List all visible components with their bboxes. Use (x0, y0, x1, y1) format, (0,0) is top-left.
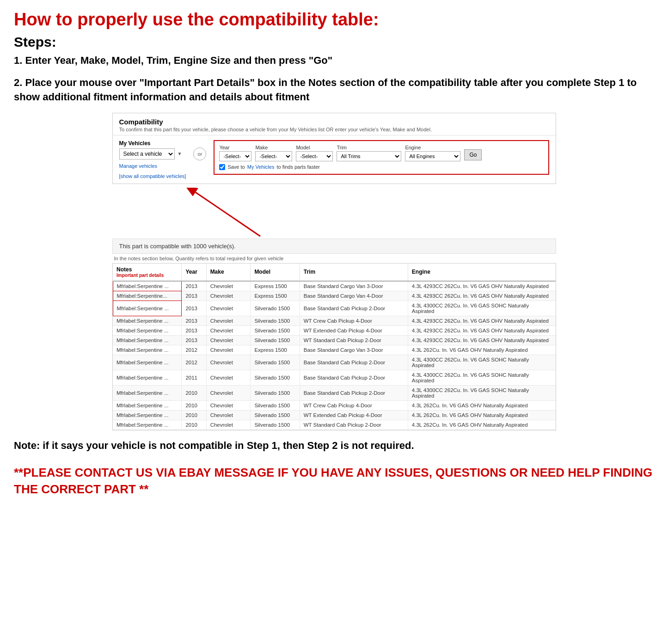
cell-make: Chevrolet (206, 281, 251, 291)
table-row: Mfrlabel:Serpentine ... 2013 Chevrolet S… (113, 335, 556, 345)
cell-make: Chevrolet (206, 370, 251, 385)
cell-year: 2010 (182, 385, 206, 400)
cell-year: 2010 (182, 400, 206, 410)
cell-make: Chevrolet (206, 345, 251, 355)
th-year: Year (182, 264, 206, 281)
cell-model: Silverado 1500 (251, 370, 300, 385)
cell-notes: Mfrlabel:Serpentine ... (113, 400, 182, 410)
th-model: Model (251, 264, 300, 281)
cell-engine: 4.3L 262Cu. In. V6 GAS OHV Naturally Asp… (408, 420, 555, 429)
cell-trim: Base Standard Cargo Van 4-Door (300, 291, 408, 301)
cell-engine: 4.3L 4293CC 262Cu. In. V6 GAS OHV Natura… (408, 316, 555, 325)
cell-notes: Mfrlabel:Serpentine ... (113, 385, 182, 400)
cell-make: Chevrolet (206, 410, 251, 420)
table-header-row: Notes Important part details Year Make M… (113, 264, 556, 281)
trim-label: Trim (337, 145, 401, 150)
cell-notes: Mfrlabel:Serpentine ... (113, 420, 182, 429)
compat-table-wrap: Notes Important part details Year Make M… (112, 263, 556, 430)
go-button[interactable]: Go (464, 149, 482, 160)
cell-trim: WT Standard Cab Pickup 2-Door (300, 420, 408, 429)
cell-make: Chevrolet (206, 385, 251, 400)
cell-trim: WT Crew Cab Pickup 4-Door (300, 400, 408, 410)
ymm-row: Year -Select- Make -Select- Model -Selec… (219, 145, 543, 161)
th-engine: Engine (408, 264, 555, 281)
year-select[interactable]: -Select- (219, 151, 251, 161)
cell-model: Silverado 1500 (251, 301, 300, 316)
quantity-note: In the notes section below, Quantity ref… (112, 256, 556, 261)
save-checkbox[interactable] (219, 164, 225, 170)
manage-vehicles-link[interactable]: Manage vehicles (119, 163, 186, 169)
model-label: Model (296, 145, 333, 150)
table-row: Mfrlabel:Serpentine ... 2011 Chevrolet S… (113, 370, 556, 385)
cell-trim: WT Crew Cab Pickup 4-Door (300, 316, 408, 325)
cell-year: 2012 (182, 355, 206, 370)
show-all-link[interactable]: [show all compatible vehicles] (119, 173, 186, 179)
arrow-overlay (112, 188, 556, 239)
cell-engine: 4.3L 4300CC 262Cu. In. V6 GAS SOHC Natur… (408, 385, 555, 400)
trim-select[interactable]: All Trims (337, 151, 401, 161)
cell-notes: Mfrlabel:Serpentine ... (113, 410, 182, 420)
cell-trim: WT Extended Cab Pickup 4-Door (300, 410, 408, 420)
cell-year: 2010 (182, 410, 206, 420)
cell-model: Silverado 1500 (251, 400, 300, 410)
make-label: Make (255, 145, 292, 150)
cell-model: Silverado 1500 (251, 325, 300, 335)
my-vehicles-section: My Vehicles Select a vehicle ▼ Manage ve… (119, 140, 186, 179)
my-vehicles-link[interactable]: My Vehicles (247, 164, 275, 170)
model-select[interactable]: -Select- (296, 151, 333, 161)
cell-trim: Base Standard Cargo Van 3-Door (300, 281, 408, 291)
vehicle-select-dropdown[interactable]: Select a vehicle (119, 148, 175, 159)
table-row: Mfrlabel:Serpentine ... 2010 Chevrolet S… (113, 385, 556, 400)
cell-notes: Mfrlabel:Serpentine ... (113, 345, 182, 355)
table-body: Mfrlabel:Serpentine ... 2013 Chevrolet E… (113, 281, 556, 430)
cell-engine: 4.3L 262Cu. In. V6 GAS OHV Naturally Asp… (408, 410, 555, 420)
compat-notice: This part is compatible with 1000 vehicl… (112, 239, 556, 254)
step1-text: 1. Enter Year, Make, Model, Trim, Engine… (14, 54, 654, 68)
compat-header: Compatibility To confirm that this part … (113, 113, 556, 135)
cell-model: Silverado 1500 (251, 420, 300, 429)
svg-line-1 (196, 192, 260, 236)
cell-engine: 4.3L 4300CC 262Cu. In. V6 GAS SOHC Natur… (408, 301, 555, 316)
cell-make: Chevrolet (206, 355, 251, 370)
save-label: Save to (227, 164, 245, 170)
compat-body: My Vehicles Select a vehicle ▼ Manage ve… (113, 135, 556, 184)
table-row: Mfrlabel:Serpentine ... 2013 Chevrolet S… (113, 301, 556, 316)
cell-notes: Mfrlabel:Serpentine... (113, 291, 182, 301)
make-select[interactable]: -Select- (255, 151, 292, 161)
cell-model: Silverado 1500 (251, 385, 300, 400)
compat-title: Compatibility (119, 118, 549, 126)
table-row: Mfrlabel:Serpentine ... 2013 Chevrolet E… (113, 281, 556, 291)
cell-make: Chevrolet (206, 325, 251, 335)
compat-subtitle: To confirm that this part fits your vehi… (119, 127, 549, 132)
engine-select[interactable]: All Engines (405, 151, 460, 161)
cell-model: Silverado 1500 (251, 335, 300, 345)
make-field-group: Make -Select- (255, 145, 292, 161)
save-row: Save to My Vehicles to finds parts faste… (219, 164, 543, 170)
cell-year: 2013 (182, 291, 206, 301)
main-title: How to properly use the compatibility ta… (14, 9, 654, 31)
cell-model: Express 1500 (251, 291, 300, 301)
cell-trim: WT Standard Cab Pickup 2-Door (300, 335, 408, 345)
engine-label: Engine (405, 145, 460, 150)
table-row: Mfrlabel:Serpentine ... 2012 Chevrolet E… (113, 345, 556, 355)
note-text: Note: if it says your vehicle is not com… (14, 439, 654, 453)
cell-trim: WT Extended Cab Pickup 4-Door (300, 325, 408, 335)
cell-year: 2013 (182, 301, 206, 316)
compat-table: Notes Important part details Year Make M… (113, 264, 556, 430)
notes-subtext: Important part details (116, 273, 178, 278)
cell-make: Chevrolet (206, 335, 251, 345)
cell-trim: Base Standard Cab Pickup 2-Door (300, 301, 408, 316)
cell-engine: 4.3L 4293CC 262Cu. In. V6 GAS OHV Natura… (408, 281, 555, 291)
cell-engine: 4.3L 4293CC 262Cu. In. V6 GAS OHV Natura… (408, 291, 555, 301)
table-row: Mfrlabel:Serpentine ... 2010 Chevrolet S… (113, 420, 556, 429)
cell-model: Silverado 1500 (251, 316, 300, 325)
cell-model: Express 1500 (251, 281, 300, 291)
dropdown-arrow-icon: ▼ (178, 151, 182, 156)
cell-notes: Mfrlabel:Serpentine ... (113, 281, 182, 291)
cell-notes: Mfrlabel:Serpentine ... (113, 370, 182, 385)
cell-engine: 4.3L 262Cu. In. V6 GAS OHV Naturally Asp… (408, 400, 555, 410)
cell-model: Express 1500 (251, 345, 300, 355)
cell-model: Silverado 1500 (251, 355, 300, 370)
year-label: Year (219, 145, 251, 150)
contact-text: **PLEASE CONTACT US VIA EBAY MESSAGE IF … (14, 464, 654, 498)
